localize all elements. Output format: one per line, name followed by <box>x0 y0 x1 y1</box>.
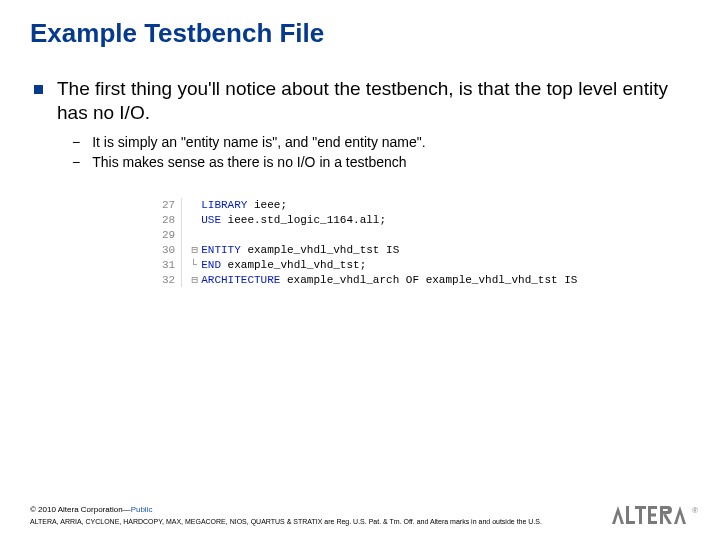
copyright-text: © 2010 Altera Corporation—Public <box>30 505 600 514</box>
svg-rect-4 <box>639 506 642 524</box>
sub-bullet-text: It is simply an "entity name is", and "e… <box>92 133 425 152</box>
bullet-text: The first thing you'll notice about the … <box>57 77 690 125</box>
code-line-numbers: 272829303132 <box>162 198 182 287</box>
sub-bullet-item: − It is simply an "entity name is", and … <box>72 133 690 152</box>
page-title: Example Testbench File <box>30 18 690 49</box>
registered-icon: ® <box>692 506 698 515</box>
altera-logo: ® <box>612 504 698 526</box>
square-bullet-icon <box>34 85 43 94</box>
svg-rect-6 <box>648 506 657 509</box>
svg-rect-8 <box>648 521 657 524</box>
code-snippet: 272829303132 LIBRARY ieee; USE ieee.std_… <box>162 198 690 287</box>
svg-marker-11 <box>674 506 686 524</box>
svg-marker-10 <box>663 514 672 524</box>
copyright-public: Public <box>131 505 153 514</box>
copyright-prefix: © 2010 Altera Corporation— <box>30 505 131 514</box>
svg-rect-2 <box>626 521 635 524</box>
dash-bullet-icon: − <box>72 153 80 172</box>
svg-rect-7 <box>648 514 656 517</box>
sub-bullet-item: − This makes sense as there is no I/O in… <box>72 153 690 172</box>
bullet-item: The first thing you'll notice about the … <box>34 77 690 125</box>
sub-bullet-text: This makes sense as there is no I/O in a… <box>92 153 406 172</box>
legal-text: ALTERA, ARRIA, CYCLONE, HARDCOPY, MAX, M… <box>30 518 600 526</box>
code-content: LIBRARY ieee; USE ieee.std_logic_1164.al… <box>190 198 577 287</box>
footer: © 2010 Altera Corporation—Public ALTERA,… <box>30 505 600 526</box>
svg-marker-0 <box>612 506 624 524</box>
sub-bullet-list: − It is simply an "entity name is", and … <box>72 133 690 173</box>
dash-bullet-icon: − <box>72 133 80 152</box>
